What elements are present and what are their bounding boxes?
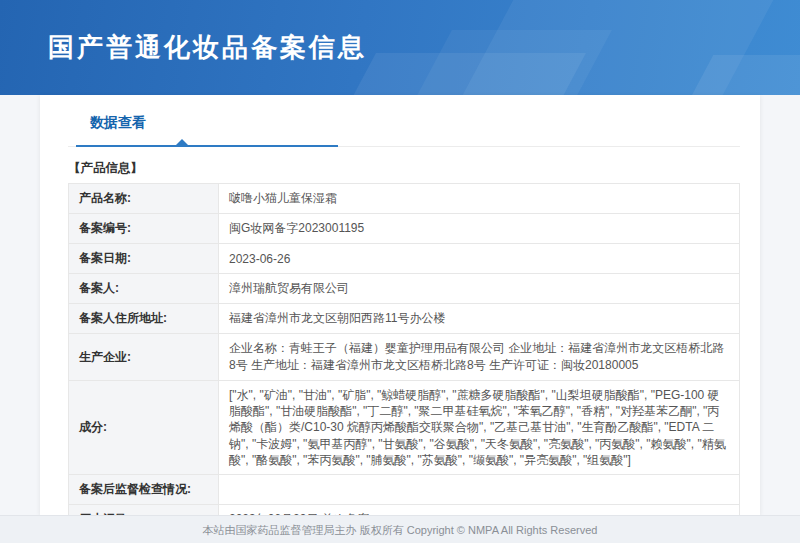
table-row-record-number: 备案编号: 闽G妆网备字2023001195 bbox=[69, 214, 740, 244]
table-row-product-name: 产品名称: 啵噜小猫儿童保湿霜 bbox=[69, 184, 740, 214]
content-card: 数据查看 【产品信息】 产品名称: 啵噜小猫儿童保湿霜 备案编号: 闽G妆网备字… bbox=[40, 95, 760, 515]
table-row-registrant-address: 备案人住所地址: 福建省漳州市龙文区朝阳西路11号办公楼 bbox=[69, 304, 740, 334]
field-label: 生产企业: bbox=[69, 334, 219, 381]
table-row-record-date: 备案日期: 2023-06-26 bbox=[69, 244, 740, 274]
field-label: 产品名称: bbox=[69, 184, 219, 214]
field-value bbox=[219, 474, 740, 504]
table-row-supervision: 备案后监督检查情况: bbox=[69, 474, 740, 504]
field-label: 备案人住所地址: bbox=[69, 304, 219, 334]
field-value: 企业名称：青蛙王子（福建）婴童护理用品有限公司 企业地址：福建省漳州市龙文区梧桥… bbox=[219, 334, 740, 381]
field-label: 备案人: bbox=[69, 274, 219, 304]
field-label: 成分: bbox=[69, 381, 219, 475]
tab-bar: 数据查看 bbox=[68, 113, 740, 147]
field-value: 漳州瑞航贸易有限公司 bbox=[219, 274, 740, 304]
banner-decor-shape bbox=[344, 53, 586, 95]
table-row-registrant: 备案人: 漳州瑞航贸易有限公司 bbox=[69, 274, 740, 304]
tab-active-caret-icon bbox=[176, 139, 188, 145]
copyright-text: 本站由国家药品监督管理局主办 版权所有 Copyright © NMPA All… bbox=[203, 524, 598, 536]
field-value: 闽G妆网备字2023001195 bbox=[219, 214, 740, 244]
tab-data-view[interactable]: 数据查看 bbox=[90, 114, 146, 142]
table-row-ingredients: 成分: ["水", "矿油", "甘油", "矿脂", "鲸蜡硬脂醇", "蔗糖… bbox=[69, 381, 740, 475]
field-value: 福建省漳州市龙文区朝阳西路11号办公楼 bbox=[219, 304, 740, 334]
table-row-manufacturer: 生产企业: 企业名称：青蛙王子（福建）婴童护理用品有限公司 企业地址：福建省漳州… bbox=[69, 334, 740, 381]
page-footer: 本站由国家药品监督管理局主办 版权所有 Copyright © NMPA All… bbox=[0, 515, 800, 543]
field-label: 备案日期: bbox=[69, 244, 219, 274]
field-label: 备案后监督检查情况: bbox=[69, 474, 219, 504]
page-header-banner: 国产普通化妆品备案信息 bbox=[0, 0, 800, 95]
tab-active-underline bbox=[76, 145, 338, 147]
page-title: 国产普通化妆品备案信息 bbox=[48, 30, 367, 65]
product-info-table: 产品名称: 啵噜小猫儿童保湿霜 备案编号: 闽G妆网备字2023001195 备… bbox=[68, 183, 740, 543]
section-product-info: 【产品信息】 bbox=[68, 160, 740, 177]
field-value: ["水", "矿油", "甘油", "矿脂", "鲸蜡硬脂醇", "蔗糖多硬脂酸… bbox=[219, 381, 740, 475]
field-label: 备案编号: bbox=[69, 214, 219, 244]
field-value: 2023-06-26 bbox=[219, 244, 740, 274]
field-value: 啵噜小猫儿童保湿霜 bbox=[219, 184, 740, 214]
